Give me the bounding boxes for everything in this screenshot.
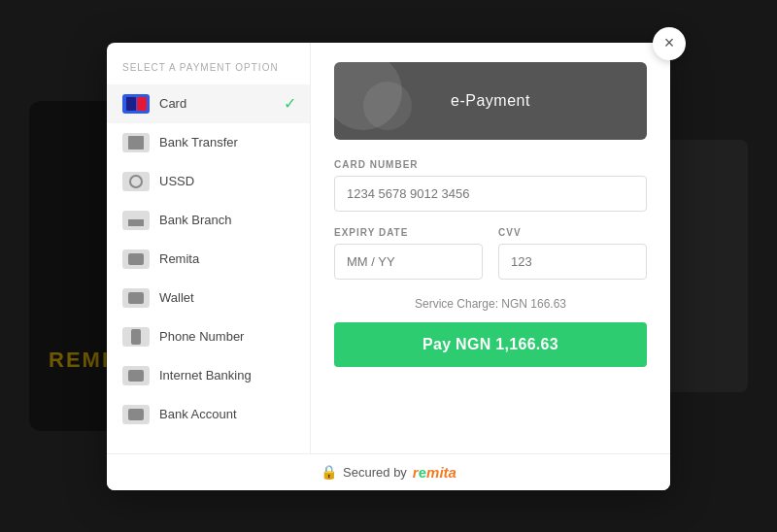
- modal-overlay: × Select a payment option Card ✓: [0, 0, 777, 532]
- sidebar-item-phone-number[interactable]: Phone Number: [107, 317, 310, 356]
- expiry-input[interactable]: [334, 244, 483, 280]
- payment-sidebar: Select a payment option Card ✓: [107, 43, 311, 453]
- phone-number-label: Phone Number: [159, 329, 244, 344]
- wallet-icon: [122, 288, 150, 308]
- sidebar-item-ussd[interactable]: USSD: [107, 162, 310, 201]
- payment-modal: × Select a payment option Card ✓: [107, 43, 670, 490]
- pay-button[interactable]: Pay NGN 1,166.63: [334, 322, 647, 367]
- sidebar-item-bank-transfer[interactable]: Bank Transfer: [107, 123, 310, 162]
- expiry-cvv-row: Expiry Date CVV: [334, 227, 647, 280]
- bank-account-icon: [122, 405, 150, 424]
- remita-label: Remita: [159, 251, 199, 266]
- right-panel: e-Payment Card Number Expiry Date CVV Se…: [311, 43, 670, 453]
- card-label: Card: [159, 96, 186, 111]
- sidebar-item-card[interactable]: Card ✓: [107, 84, 310, 123]
- modal-body: Select a payment option Card ✓: [107, 43, 670, 453]
- card-number-label: Card Number: [334, 159, 647, 170]
- internet-banking-label: Internet Banking: [159, 368, 252, 382]
- close-button[interactable]: ×: [653, 27, 686, 60]
- internet-icon-shape: [128, 370, 144, 382]
- remita-icon: [122, 249, 150, 269]
- expiry-label: Expiry Date: [334, 227, 483, 238]
- phone-icon: [122, 327, 150, 347]
- cvv-group: CVV: [498, 227, 647, 280]
- sidebar-title: Select a payment option: [107, 62, 310, 84]
- account-icon-shape: [128, 409, 144, 420]
- bank-transfer-label: Bank Transfer: [159, 135, 238, 150]
- ussd-icon: [122, 172, 150, 191]
- ussd-icon-shape: [129, 175, 143, 188]
- sidebar-item-remita[interactable]: Remita: [107, 240, 310, 279]
- epayment-text: e-Payment: [451, 92, 530, 110]
- branch-icon-shape: [128, 215, 144, 226]
- wallet-label: Wallet: [159, 290, 194, 305]
- bank-account-label: Bank Account: [159, 407, 237, 421]
- bank-icon-shape: [128, 136, 144, 150]
- cvv-input[interactable]: [498, 244, 647, 280]
- expiry-group: Expiry Date: [334, 227, 483, 280]
- check-icon: ✓: [284, 94, 296, 113]
- card-number-input[interactable]: [334, 176, 647, 212]
- ussd-label: USSD: [159, 174, 194, 188]
- remita-icon-shape: [128, 253, 144, 265]
- card-icon: [122, 94, 150, 114]
- card-stripes: [126, 97, 147, 111]
- epayment-banner: e-Payment: [334, 62, 647, 140]
- service-charge-text: Service Charge: NGN 166.63: [334, 297, 647, 311]
- cvv-label: CVV: [498, 227, 647, 238]
- sidebar-item-internet-banking[interactable]: Internet Banking: [107, 356, 310, 395]
- internet-banking-icon: [122, 366, 150, 385]
- secured-text: Secured by: [343, 465, 407, 480]
- phone-icon-shape: [131, 329, 141, 345]
- sidebar-item-bank-account[interactable]: Bank Account: [107, 395, 310, 434]
- sidebar-item-wallet[interactable]: Wallet: [107, 279, 310, 317]
- sidebar-item-bank-branch[interactable]: Bank Branch: [107, 201, 310, 240]
- bank-transfer-icon: [122, 133, 150, 152]
- stripe-blue: [126, 97, 136, 111]
- bank-branch-label: Bank Branch: [159, 213, 231, 227]
- lock-icon: 🔒: [321, 464, 337, 480]
- bank-branch-icon: [122, 211, 150, 230]
- wallet-icon-shape: [128, 292, 144, 304]
- stripe-red: [137, 97, 147, 111]
- modal-footer: 🔒 Secured by remita: [107, 453, 670, 490]
- remita-brand: remita: [413, 464, 456, 481]
